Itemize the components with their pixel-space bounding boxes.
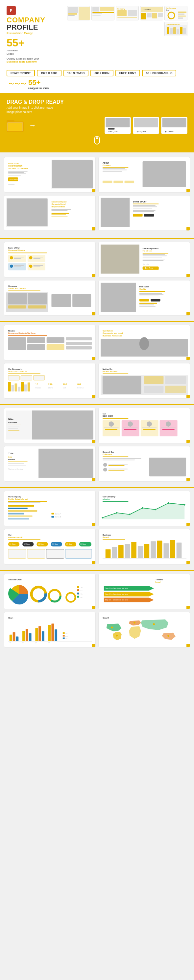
svg-text:Projects: Projects: [35, 387, 41, 388]
svg-text:Sustainability and: Sustainability and: [51, 200, 66, 202]
svg-rect-129: [143, 254, 166, 255]
svg-text:02 Step: 02 Step: [24, 543, 30, 545]
svg-rect-363: [42, 632, 44, 641]
svg-text:Staff: Staff: [63, 387, 66, 388]
svg-rect-78: [103, 180, 112, 183]
svg-text:Daniels: Daniels: [8, 421, 18, 424]
svg-text:Dedication: Dedication: [139, 285, 149, 287]
svg-rect-239: [124, 429, 136, 430]
svg-rect-225: [103, 418, 129, 419]
svg-text:03 Step: 03 Step: [38, 543, 44, 545]
svg-rect-30: [178, 18, 183, 19]
svg-rect-240: [144, 429, 156, 430]
svg-point-113: [10, 264, 13, 267]
svg-text:$500,000: $500,000: [136, 130, 146, 133]
thumb-1: [67, 6, 90, 21]
svg-rect-236: [142, 428, 157, 428]
svg-text:Step 01 — Description text her: Step 01 — Description text here: [105, 588, 128, 589]
svg-rect-306: [8, 549, 26, 558]
svg-rect-46: [108, 128, 114, 129]
svg-rect-356: [13, 632, 16, 641]
svg-rect-22: [158, 13, 163, 17]
svg-text:Our: Our: [103, 412, 106, 414]
svg-rect-125: [101, 245, 139, 274]
svg-rect-97: [133, 207, 157, 207]
svg-rect-191: [18, 387, 21, 391]
svg-rect-131: [143, 257, 162, 258]
svg-rect-220: [8, 429, 18, 429]
svg-rect-49: [134, 118, 158, 127]
svg-rect-143: [28, 293, 47, 304]
svg-rect-339: [77, 593, 79, 595]
svg-point-382: [167, 635, 169, 636]
svg-rect-14: [128, 10, 137, 16]
slide-card-mission: Same of Our Company Mission: [4, 242, 96, 277]
svg-rect-359: [26, 629, 28, 641]
svg-rect-194: [28, 382, 30, 391]
svg-rect-241: [162, 429, 174, 430]
svg-rect-153: [139, 291, 166, 292]
svg-rect-235: [123, 428, 138, 428]
svg-rect-308: [46, 549, 64, 558]
svg-text:100: 100: [63, 383, 68, 386]
section-group-2: Same of Our Company Mission: [0, 239, 194, 321]
svg-rect-3: [68, 13, 77, 14]
svg-rect-27: [178, 11, 186, 13]
svg-rect-277: [51, 516, 54, 517]
svg-rect-293: [8, 539, 41, 540]
svg-text:Step 02 — Description text her: Step 02 — Description text here: [105, 593, 128, 595]
svg-rect-263: [149, 458, 186, 476]
slides-count: 55+: [6, 37, 46, 49]
svg-text:★★★★★: ★★★★★: [143, 263, 150, 265]
svg-rect-173: [66, 346, 92, 350]
svg-text:Community and Local: Community and Local: [103, 332, 123, 334]
svg-point-180: [139, 337, 149, 350]
slides-preview: Company Our Solution: [49, 6, 188, 36]
svg-text:Quality: Quality: [139, 288, 146, 290]
svg-rect-249: [8, 465, 26, 466]
badges-section: POWERPOINT 1920 X 1080 16 : 9 RATIO 300+…: [0, 67, 194, 93]
svg-rect-189: [11, 385, 14, 392]
svg-rect-166: [8, 337, 26, 350]
svg-rect-74: [103, 168, 125, 169]
svg-point-114: [29, 264, 33, 267]
svg-rect-96: [133, 205, 156, 206]
timeline-section: Timeline Chart: [0, 571, 194, 653]
badge-font: FREE FONT: [115, 70, 140, 76]
slide-row-12: Chart: [4, 612, 190, 648]
slide-card-featured: Featured product that link here ★★★★★ Bu…: [98, 242, 190, 277]
header-left: P COMPANY PROFILE Presentation Design 55…: [6, 6, 46, 63]
slide-card-colleague: Same of Our Colleague: [98, 446, 190, 482]
svg-text:best team: best team: [103, 415, 113, 417]
svg-rect-270: [8, 508, 28, 509]
svg-text:Q2: Q2: [22, 642, 24, 644]
svg-rect-214: [32, 410, 93, 439]
svg-rect-337: [77, 589, 79, 591]
svg-rect-321: [144, 544, 150, 558]
svg-text:company month: company month: [8, 536, 23, 538]
badge-icon: 300+ ICON: [90, 70, 113, 76]
svg-point-379: [111, 627, 113, 628]
dragdrop-slides: $900,000 $500,000 $715,000: [41, 117, 188, 134]
section-group-4: Nike Daniels Our best team: [0, 405, 194, 487]
svg-text:Colleague: Colleague: [103, 453, 112, 455]
svg-rect-102: [144, 214, 154, 216]
svg-rect-2: [79, 7, 90, 20]
svg-text:Jan: Jan: [80, 587, 82, 588]
svg-rect-98: [133, 208, 152, 208]
svg-text:Values and Culture: Values and Culture: [8, 287, 26, 290]
svg-text:Our Solution: Our Solution: [142, 8, 151, 11]
svg-point-111: [10, 256, 13, 259]
svg-text:Our Company: Our Company: [103, 495, 116, 497]
slide-card-about: About Company: [98, 157, 190, 192]
slide-card-success: Our Success in facing industry challenge…: [4, 363, 96, 399]
svg-rect-63: [8, 171, 28, 172]
svg-rect-19: [141, 13, 146, 19]
badge-infographic: 50 +INFOGRAPHIC: [142, 70, 177, 76]
slide-row-11: Timeline Chart: [4, 574, 190, 609]
svg-rect-364: [48, 625, 51, 641]
svg-point-233: [166, 422, 171, 426]
svg-rect-1: [68, 7, 78, 13]
slide-card-company-profile: Our Company Profile Establishment: [4, 491, 96, 527]
svg-rect-234: [104, 428, 119, 428]
